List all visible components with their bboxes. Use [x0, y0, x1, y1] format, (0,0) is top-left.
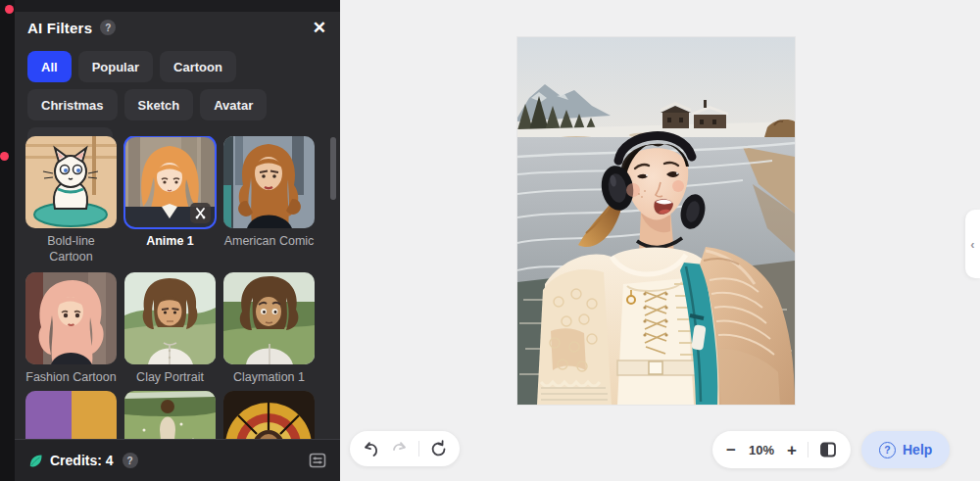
- redo-button[interactable]: [390, 440, 409, 457]
- reset-button[interactable]: [429, 440, 448, 458]
- filter-american-comic[interactable]: American Comic: [223, 136, 315, 265]
- chip-popular[interactable]: Popular: [78, 51, 153, 82]
- chevron-left-icon: ‹: [970, 237, 974, 252]
- thumb-art-duo: [25, 391, 117, 439]
- panel-header: AI Filters ? ✕: [27, 17, 326, 38]
- filter-label: American Comic: [223, 233, 315, 249]
- compare-button[interactable]: [819, 441, 837, 458]
- thumb-art-fashion: [25, 272, 117, 364]
- help-question-icon: ?: [879, 442, 896, 458]
- zoom-in-button[interactable]: +: [787, 442, 797, 458]
- history-toolbar: [350, 431, 460, 466]
- panel-title: AI Filters: [27, 20, 92, 36]
- thumb-row-1: Bold-line Cartoon: [15, 136, 340, 265]
- thumb-row-3: [15, 391, 340, 439]
- filter-thumbnail-list: Bold-line Cartoon: [15, 136, 340, 439]
- chip-christmas[interactable]: Christmas: [27, 89, 118, 120]
- thumb-row-2: Fashion Cartoon: [15, 272, 340, 385]
- thumb-art-stained-glass: [223, 391, 315, 439]
- chip-avatar[interactable]: Avatar: [200, 89, 267, 120]
- help-question-icon[interactable]: ?: [100, 20, 116, 35]
- help-label: Help: [903, 442, 932, 457]
- chip-all[interactable]: All: [27, 51, 72, 82]
- ai-filters-panel: AI Filters ? ✕ All Popular Cartoon Chris…: [15, 0, 340, 481]
- credits-help-icon[interactable]: ?: [122, 453, 138, 468]
- collapse-right-panel-tab[interactable]: ‹: [965, 210, 980, 278]
- filter-thumb-partial-2[interactable]: [124, 391, 216, 439]
- thumb-art-cat: [25, 136, 117, 228]
- thumb-art-comic: [223, 136, 315, 228]
- toolbar-divider: [418, 441, 419, 457]
- chip-sketch[interactable]: Sketch: [124, 89, 194, 120]
- filter-fashion-cartoon[interactable]: Fashion Cartoon: [25, 272, 117, 385]
- filter-settings-icon[interactable]: [309, 452, 326, 469]
- notification-dot: [5, 5, 14, 14]
- adjust-filter-icon[interactable]: [190, 203, 211, 223]
- filter-thumb-partial-3[interactable]: [223, 391, 315, 439]
- filter-label: Anime 1: [124, 233, 216, 249]
- close-icon[interactable]: ✕: [313, 20, 326, 36]
- filter-claymation-1[interactable]: Claymation 1: [223, 272, 315, 385]
- filter-label: Bold-line Cartoon: [25, 233, 117, 265]
- zoom-level: 10%: [747, 443, 776, 457]
- chip-cartoon[interactable]: Cartoon: [160, 51, 236, 82]
- filter-label: Claymation 1: [223, 369, 315, 385]
- thumb-art-claymation: [223, 272, 315, 364]
- filter-label: Clay Portrait: [124, 369, 216, 385]
- filter-clay-portrait[interactable]: Clay Portrait: [124, 272, 216, 385]
- thumb-art-clay: [124, 272, 216, 364]
- toolbar-divider: [808, 442, 808, 457]
- credits-leaf-icon: [28, 454, 43, 468]
- credits-bar: Credits: 4 ?: [15, 439, 340, 481]
- credits-label: Credits: 4: [50, 453, 114, 468]
- filter-label: Fashion Cartoon: [25, 369, 117, 385]
- zoom-toolbar: − 10% +: [712, 431, 851, 468]
- thumb-art-meadow: [124, 391, 216, 439]
- help-button[interactable]: ? Help: [861, 431, 950, 468]
- zoom-out-button[interactable]: −: [726, 442, 736, 458]
- notification-dot: [0, 152, 9, 161]
- undo-button[interactable]: [362, 440, 380, 457]
- collapsed-sidebar-strip[interactable]: [0, 0, 15, 481]
- filter-bold-line-cartoon[interactable]: Bold-line Cartoon: [25, 136, 117, 265]
- panel-scrollbar-thumb[interactable]: [330, 137, 336, 200]
- canvas-image[interactable]: [517, 37, 795, 405]
- panel-top-band: [15, 0, 340, 12]
- app-window: AI Filters ? ✕ All Popular Cartoon Chris…: [0, 0, 980, 481]
- filter-thumb-partial-1[interactable]: [25, 391, 117, 439]
- filter-anime-1[interactable]: Anime 1: [124, 136, 216, 265]
